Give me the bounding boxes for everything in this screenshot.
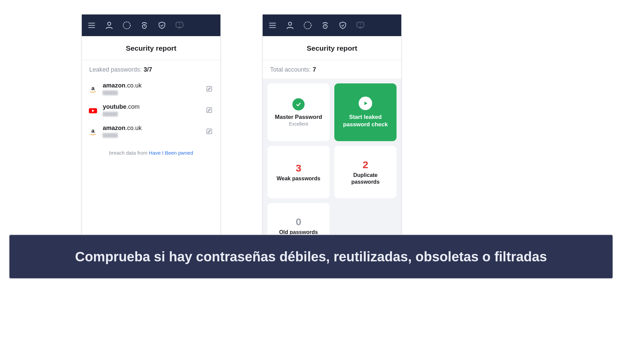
card-master-password[interactable]: Master Password Excellent bbox=[267, 83, 330, 141]
leaked-count-label: Leaked passwords: bbox=[89, 66, 142, 73]
amazon-icon: a bbox=[88, 127, 98, 137]
shield-icon[interactable] bbox=[338, 20, 348, 30]
play-icon bbox=[359, 97, 372, 110]
card-title: Master Password bbox=[275, 114, 322, 121]
list-item-body: youtube.com bbox=[103, 103, 201, 118]
list-item[interactable]: youtube.com bbox=[82, 100, 220, 121]
card-subtitle: Excellent bbox=[289, 121, 308, 127]
list-item-body: amazon.co.uk bbox=[103, 125, 201, 139]
site-tld: .co.uk bbox=[125, 82, 142, 89]
title-line: password check bbox=[343, 121, 388, 128]
redacted-username bbox=[103, 133, 118, 138]
list-item[interactable]: a amazon.co.uk bbox=[82, 121, 220, 142]
card-title: Start leaked password check bbox=[343, 113, 388, 128]
list-item[interactable]: a amazon.co.uk bbox=[82, 79, 220, 100]
leaked-count-value: 3/7 bbox=[144, 66, 152, 73]
shield-icon[interactable] bbox=[157, 20, 167, 30]
label-line: passwords bbox=[351, 179, 380, 185]
globe-icon[interactable] bbox=[303, 20, 313, 30]
svg-point-15 bbox=[304, 22, 311, 29]
cards-grid: Master Password Excellent Start leaked p… bbox=[263, 79, 401, 254]
edit-icon[interactable] bbox=[206, 128, 213, 136]
page-title: Security report bbox=[263, 36, 401, 60]
site-main: amazon bbox=[103, 82, 125, 89]
help-icon[interactable]: ? bbox=[355, 20, 365, 30]
redacted-username bbox=[103, 90, 118, 95]
svg-text:?: ? bbox=[359, 22, 362, 27]
breach-link[interactable]: Have I Been pwned bbox=[149, 150, 193, 156]
app-navbar: ? bbox=[263, 15, 401, 36]
svg-rect-12 bbox=[207, 129, 212, 134]
card-count: 0 bbox=[296, 216, 302, 228]
svg-point-13 bbox=[288, 22, 291, 25]
card-label: Weak passwords bbox=[277, 175, 320, 182]
breach-data-source: breach data from Have I Been pwned bbox=[82, 142, 220, 163]
youtube-icon bbox=[88, 106, 98, 116]
card-count: 2 bbox=[363, 159, 368, 171]
amazon-icon: a bbox=[88, 84, 98, 95]
caption-banner: Comprueba si hay contraseñas débiles, re… bbox=[9, 234, 613, 279]
site-main: amazon bbox=[103, 125, 125, 131]
svg-rect-7 bbox=[207, 86, 212, 91]
svg-text:a: a bbox=[91, 85, 95, 91]
svg-point-0 bbox=[107, 22, 111, 25]
page-title: Security report bbox=[82, 36, 220, 60]
title-line: Start leaked bbox=[349, 114, 382, 120]
profile-icon[interactable] bbox=[104, 20, 114, 30]
canvas: ? Security report Leaked passwords: 3/7 … bbox=[0, 0, 622, 364]
sync-icon[interactable] bbox=[320, 20, 330, 30]
site-tld: .co.uk bbox=[125, 125, 142, 131]
help-icon[interactable]: ? bbox=[174, 20, 185, 30]
site-domain: youtube.com bbox=[103, 103, 201, 110]
site-domain: amazon.co.uk bbox=[103, 82, 201, 89]
breach-prefix: breach data from bbox=[109, 150, 149, 156]
menu-icon[interactable] bbox=[87, 20, 97, 30]
card-duplicate-passwords[interactable]: 2 Duplicate passwords bbox=[334, 146, 397, 198]
edit-icon[interactable] bbox=[206, 85, 213, 94]
card-start-leaked-check[interactable]: Start leaked password check bbox=[334, 83, 397, 141]
app-navbar: ? bbox=[82, 15, 220, 36]
card-label: Duplicate passwords bbox=[351, 172, 380, 185]
panel-security-overview: ? Security report Total accounts: 7 Mast… bbox=[262, 14, 402, 254]
profile-icon[interactable] bbox=[285, 20, 295, 30]
leaked-list: a amazon.co.uk yo bbox=[82, 79, 220, 163]
svg-marker-19 bbox=[364, 102, 367, 105]
site-domain: amazon.co.uk bbox=[103, 125, 201, 132]
label-line: Duplicate bbox=[353, 172, 378, 178]
list-item-body: amazon.co.uk bbox=[103, 82, 201, 97]
sync-icon[interactable] bbox=[139, 20, 149, 30]
redacted-username bbox=[103, 112, 118, 116]
site-tld: .com bbox=[126, 103, 140, 110]
site-main: youtube bbox=[103, 103, 126, 110]
card-count: 3 bbox=[296, 162, 302, 174]
total-accounts-row: Total accounts: 7 bbox=[263, 60, 401, 79]
check-circle-icon bbox=[292, 98, 305, 110]
card-weak-passwords[interactable]: 3 Weak passwords bbox=[267, 146, 330, 198]
svg-text:?: ? bbox=[178, 22, 181, 27]
svg-point-2 bbox=[123, 22, 130, 29]
panel-leaked-passwords: ? Security report Leaked passwords: 3/7 … bbox=[81, 14, 221, 254]
globe-icon[interactable] bbox=[122, 20, 132, 30]
total-accounts-label: Total accounts: bbox=[270, 66, 311, 73]
leaked-count-row: Leaked passwords: 3/7 bbox=[82, 60, 220, 79]
edit-icon[interactable] bbox=[206, 106, 213, 115]
svg-text:a: a bbox=[91, 127, 95, 134]
total-accounts-value: 7 bbox=[313, 66, 316, 73]
svg-rect-10 bbox=[207, 107, 212, 112]
menu-icon[interactable] bbox=[267, 20, 278, 30]
